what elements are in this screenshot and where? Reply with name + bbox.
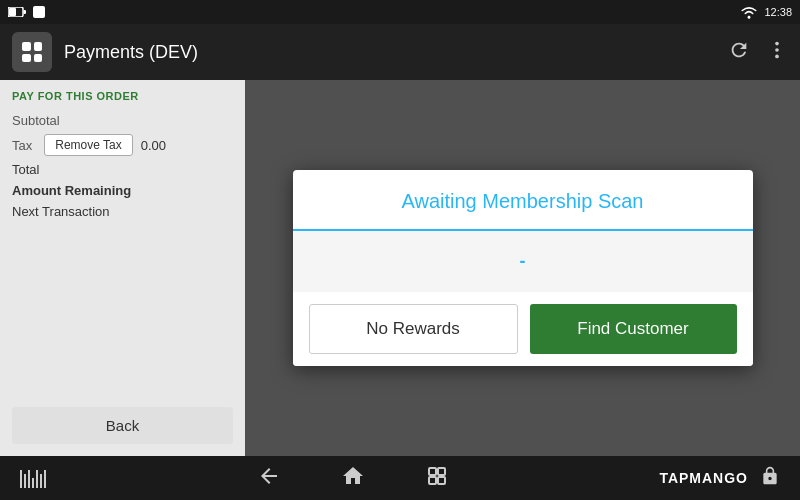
- barcode-bar-5: [36, 470, 38, 488]
- app-header-left: Payments (DEV): [12, 32, 198, 72]
- battery-icon: [8, 7, 26, 17]
- app-title: Payments (DEV): [64, 42, 198, 63]
- barcode-bar-3: [28, 470, 30, 488]
- next-transaction-label: Next Transaction: [12, 204, 110, 219]
- app-logo: [12, 32, 52, 72]
- time-display: 12:38: [764, 6, 792, 18]
- tax-label: Tax: [12, 138, 32, 153]
- brand-label: TAPMANGO: [659, 470, 748, 486]
- svg-rect-9: [429, 477, 436, 484]
- svg-point-6: [775, 54, 779, 58]
- membership-scan-dialog: Awaiting Membership Scan - No Rewards Fi…: [293, 170, 753, 366]
- status-bar-right: 12:38: [740, 5, 792, 19]
- barcode-bar-4: [32, 478, 34, 488]
- total-row: Total: [12, 159, 233, 180]
- logo-dot-2: [34, 42, 43, 51]
- svg-rect-3: [33, 6, 45, 18]
- app-logo-grid: [22, 42, 42, 62]
- tax-row: Tax Remove Tax 0.00: [12, 131, 233, 159]
- right-panel: Awaiting Membership Scan - No Rewards Fi…: [245, 80, 800, 456]
- home-nav-icon[interactable]: [341, 464, 365, 492]
- subtotal-row: Subtotal: [12, 110, 233, 131]
- section-title: PAY FOR THIS ORDER: [12, 90, 233, 102]
- svg-rect-10: [438, 477, 445, 484]
- recents-nav-icon[interactable]: [425, 464, 449, 492]
- refresh-icon[interactable]: [728, 39, 750, 66]
- dialog-footer: No Rewards Find Customer: [293, 292, 753, 366]
- svg-point-5: [775, 48, 779, 52]
- bottom-bar-left: [20, 468, 46, 488]
- find-customer-button[interactable]: Find Customer: [530, 304, 737, 354]
- back-button[interactable]: Back: [12, 407, 233, 444]
- total-label: Total: [12, 162, 39, 177]
- svg-rect-8: [438, 468, 445, 475]
- dialog-title: Awaiting Membership Scan: [402, 190, 644, 212]
- dialog-body: -: [293, 231, 753, 292]
- tax-value: 0.00: [141, 138, 166, 153]
- back-nav-icon[interactable]: [257, 464, 281, 492]
- bottom-bar-right: TAPMANGO: [659, 466, 780, 490]
- bottom-bar: TAPMANGO: [0, 456, 800, 500]
- wifi-icon: [740, 5, 758, 19]
- no-rewards-button[interactable]: No Rewards: [309, 304, 518, 354]
- barcode-bar-7: [44, 470, 46, 488]
- svg-point-4: [775, 41, 779, 45]
- remove-tax-button[interactable]: Remove Tax: [44, 134, 132, 156]
- lock-icon[interactable]: [760, 466, 780, 490]
- app-header-actions: [728, 39, 788, 66]
- barcode-bar-6: [40, 474, 42, 488]
- svg-rect-1: [24, 10, 27, 14]
- next-transaction-row: Next Transaction: [12, 201, 233, 222]
- app-header: Payments (DEV): [0, 24, 800, 80]
- barcode-bar-2: [24, 474, 26, 488]
- logo-dot-1: [22, 42, 31, 51]
- barcode-icon: [20, 468, 46, 488]
- amount-remaining-label: Amount Remaining: [12, 183, 131, 198]
- svg-rect-2: [9, 8, 16, 16]
- more-options-icon[interactable]: [766, 39, 788, 66]
- bottom-nav-center: [257, 464, 449, 492]
- back-btn-container: Back: [0, 395, 245, 456]
- sim-icon: [32, 5, 46, 19]
- amount-remaining-row: Amount Remaining: [12, 180, 233, 201]
- status-bar-left: [8, 5, 46, 19]
- svg-rect-7: [429, 468, 436, 475]
- logo-dot-3: [22, 54, 31, 63]
- dialog-header: Awaiting Membership Scan: [293, 170, 753, 231]
- barcode-bar-1: [20, 470, 22, 488]
- logo-dot-4: [34, 54, 43, 63]
- subtotal-label: Subtotal: [12, 113, 60, 128]
- scan-cursor: -: [520, 251, 526, 272]
- status-bar: 12:38: [0, 0, 800, 24]
